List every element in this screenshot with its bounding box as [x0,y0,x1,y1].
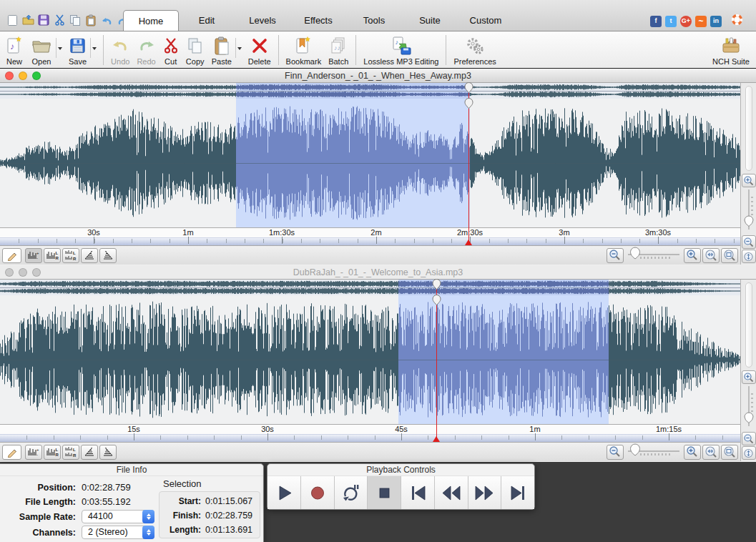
cursor-ruler-marker[interactable] [433,436,440,442]
preferences-button[interactable]: Preferences [450,32,499,68]
bookmark-button[interactable]: Bookmark [283,32,325,68]
amplitude-tool-button[interactable]: +- [25,445,42,460]
zoom-selection-button[interactable] [702,445,720,460]
channels-select[interactable]: 2 (Stereo) [82,526,154,539]
overview-canvas[interactable] [0,280,740,295]
redo-button[interactable]: Redo [133,32,159,68]
vertical-zoom-slider[interactable] [742,384,756,431]
save-dropdown-arrow[interactable] [90,38,98,58]
minimize-button[interactable] [19,72,27,80]
close-button[interactable] [5,72,14,80]
cut-scissors-icon[interactable] [53,14,66,26]
save-button[interactable]: Save [65,32,90,68]
fast-forward-button[interactable] [468,476,502,509]
zoom-in-button[interactable] [684,248,701,263]
copy-pages-icon[interactable] [69,14,82,26]
skip-to-end-button[interactable] [501,476,534,509]
rewind-button[interactable] [435,476,468,509]
cursor-handle-overview[interactable] [464,82,473,93]
tab-home[interactable]: Home [123,10,179,31]
channel-lr-tool-button[interactable]: LR [44,248,61,263]
zoom-window-button[interactable] [32,72,41,80]
zoom-out-button[interactable] [607,248,624,263]
facebook-icon[interactable]: f [650,16,662,27]
overview-canvas[interactable] [0,83,740,99]
waveform-canvas[interactable] [0,295,740,424]
open-button[interactable]: Open [27,32,56,68]
tab-custom[interactable]: Custom [458,10,514,31]
waveform-area[interactable] [0,99,740,227]
fade-in-button[interactable] [81,445,98,460]
stop-button[interactable] [368,476,401,509]
lossless-mp3-button[interactable]: ♪ Lossless MP3 Editing [360,32,442,68]
stepper-icon[interactable] [142,510,154,523]
stepper-icon[interactable] [142,526,154,539]
loop-button[interactable] [335,476,368,509]
cursor-handle-overview[interactable] [432,279,441,290]
tab-suite[interactable]: Suite [402,10,458,31]
split-lr-tool-button[interactable]: LR [62,248,79,263]
zoom-slider[interactable] [625,246,682,265]
cursor-handle-wave[interactable] [464,98,473,109]
minimize-button[interactable] [19,268,27,277]
fade-out-button[interactable] [99,248,117,263]
new-button[interactable]: ♪ New [1,32,27,68]
fade-in-button[interactable] [81,248,98,263]
zoom-out-button[interactable] [607,445,624,460]
record-button[interactable] [301,476,335,509]
overview-strip[interactable] [0,83,740,99]
copy-button[interactable]: Copy [182,32,208,68]
zoom-slider[interactable] [625,443,682,461]
amplitude-tool-button[interactable]: +- [25,248,42,263]
batch-button[interactable]: ♪♪ Batch [325,32,352,68]
google-plus-icon[interactable]: G+ [680,16,692,27]
draw-pencil-button[interactable] [2,445,21,460]
fade-out-button[interactable] [99,445,117,460]
vertical-zoom-slider[interactable] [742,187,756,235]
split-lr-tool-button[interactable]: LR [62,445,79,460]
nch-suite-button[interactable]: NCH Suite [709,32,753,68]
paste-button[interactable]: Paste [208,32,235,68]
tab-edit[interactable]: Edit [179,10,235,31]
skip-to-start-button[interactable] [401,476,435,509]
open-folder-icon[interactable] [21,14,34,26]
overview-strip[interactable] [0,280,740,295]
waveform-area[interactable] [0,295,740,424]
vertical-zoom-in-button[interactable] [742,174,756,187]
window-title-bar[interactable]: DubRaJah_-_01_-_Welcome_to_Asia.mp3 [0,265,756,280]
twitter-icon[interactable]: t [665,16,677,27]
open-dropdown-arrow[interactable] [56,38,64,58]
play-button[interactable] [267,476,301,509]
close-button[interactable] [5,268,14,277]
zoom-full-button[interactable] [721,248,738,263]
vertical-zoom-fit-button[interactable] [742,446,756,460]
zoom-window-button[interactable] [32,268,41,277]
zoom-full-button[interactable] [721,445,738,460]
new-document-icon[interactable] [6,14,19,26]
undo-arrow-icon[interactable] [100,14,113,26]
help-lifebuoy-icon[interactable] [731,14,743,29]
draw-pencil-button[interactable] [2,248,21,263]
save-floppy-icon[interactable] [37,14,50,26]
sample-rate-select[interactable]: 44100 [82,510,154,523]
delete-button[interactable]: Delete [245,32,275,68]
waveform-canvas[interactable] [0,99,740,227]
undo-button[interactable]: Undo [107,32,133,68]
cursor-handle-wave[interactable] [432,295,441,305]
vertical-scroll-track[interactable] [745,282,752,368]
zoom-selection-button[interactable] [702,248,720,263]
vertical-zoom-out-button[interactable] [742,235,756,249]
window-title-bar[interactable]: Finn_Anderson_-_01_-_When_Hes_Away.mp3 [0,69,756,83]
vertical-scroll-track[interactable] [745,86,752,171]
vertical-zoom-out-button[interactable] [742,432,756,445]
paste-dropdown-arrow[interactable] [235,38,243,58]
paste-clipboard-icon[interactable] [84,14,97,26]
linkedin-icon[interactable]: in [710,16,722,27]
timeline-ruler[interactable]: 15s30s45s1m1m:15s [0,424,740,442]
zoom-in-button[interactable] [684,445,701,460]
cursor-ruler-marker[interactable] [465,240,472,245]
tab-tools[interactable]: Tools [346,10,402,31]
vertical-zoom-fit-button[interactable] [742,250,756,263]
timeline-ruler[interactable]: 30s1m1m:30s2m2m:30s3m3m:30s [0,227,740,245]
channel-lr-tool-button[interactable]: LR [44,445,61,460]
